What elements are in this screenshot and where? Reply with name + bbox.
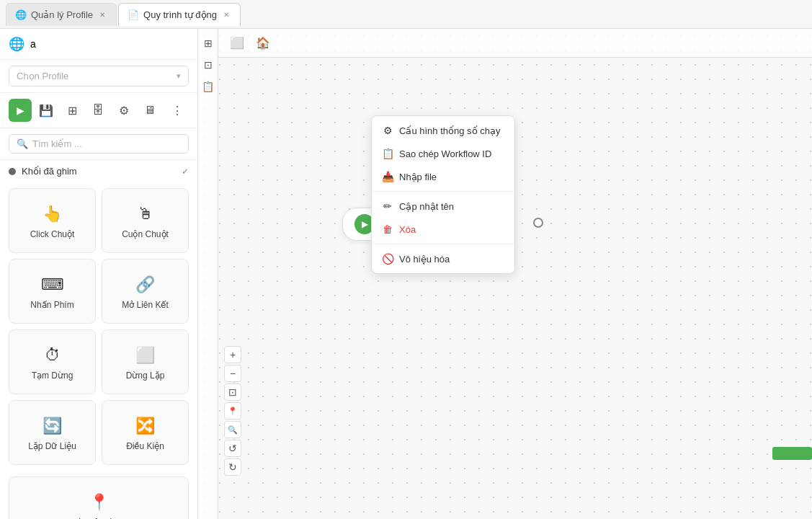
zoom-in-button[interactable]: + — [224, 346, 241, 363]
block-nhan-phim[interactable]: ⌨ Nhấn Phím — [9, 259, 96, 324]
tab-quan-ly-profile[interactable]: 🌐 Quản lý Profile ✕ — [6, 3, 117, 26]
block-cuon-chuot-label: Cuộn Chuột — [122, 229, 169, 239]
section-dot-gray — [9, 168, 16, 175]
context-nhap-label: Nhập file — [399, 172, 437, 182]
main-layout: 🌐 a Chọn Profile ▾ ▶ 💾 ⊞ 🗄 ⚙ 🖥 ⋮ 🔍 — [0, 29, 812, 519]
cuon-chuot-icon: 🖱 — [138, 205, 153, 223]
search-wrapper: 🔍 — [0, 128, 197, 160]
database-button[interactable]: 🗄 — [86, 99, 110, 122]
mini-green-indicator — [772, 447, 812, 460]
canvas-left-icon-1[interactable]: ⊞ — [200, 35, 217, 52]
tab-quy-trinh-label: Quy trình tự động — [143, 9, 217, 20]
block-click-chuot[interactable]: 👆 Click Chuột — [9, 188, 96, 253]
section-khoi-da-ghim-header[interactable]: Khối đã ghim ✓ — [0, 160, 197, 182]
block-tam-dung-label: Tạm Dừng — [32, 371, 73, 381]
canvas-left-icon-2[interactable]: ⊡ — [200, 56, 217, 74]
context-vo-hieu-label: Vô hiệu hóa — [399, 254, 450, 265]
zoom-controls: + − ⊡ 📍 🔍 ↺ ↻ — [224, 346, 241, 476]
context-menu-item-sao-chep[interactable]: 📋 Sao chép Workflow ID — [372, 142, 514, 165]
block-dieu-kien[interactable]: 🔀 Điều Kiện — [102, 400, 189, 465]
canvas-rect-icon[interactable]: ⬜ — [227, 33, 247, 53]
undo-button[interactable]: ↺ — [224, 440, 241, 457]
canvas-area[interactable]: ⬜ 🏠 ⊞ ⊡ 📋 + − ⊡ 📍 🔍 ↺ ↻ ⚙ Cấu hình thống… — [198, 29, 812, 519]
more-button[interactable]: ⋮ — [166, 99, 189, 122]
tab-quan-ly-label: Quản lý Profile — [31, 9, 93, 20]
mo-lien-ket-icon: 🔗 — [135, 275, 155, 294]
tab-quan-ly-close[interactable]: ✕ — [97, 9, 107, 19]
canvas-left-toolbar: ⊞ ⊡ 📋 — [198, 29, 218, 519]
canvas-left-icon-3[interactable]: 📋 — [200, 78, 217, 95]
nhan-phim-icon: ⌨ — [41, 275, 64, 294]
context-nhap-icon: 📥 — [382, 171, 393, 182]
block-dung-lap[interactable]: ⬜ Dừng Lặp — [102, 329, 189, 394]
phan-tu-ton-tai-icon: 📍 — [89, 493, 109, 512]
dieu-kien-icon: 🔀 — [135, 417, 155, 435]
context-cap-nhat-label: Cập nhật tên — [399, 201, 454, 212]
locate-button[interactable]: 📍 — [224, 402, 241, 420]
screen-button[interactable]: 🖥 — [138, 99, 161, 122]
block-lap-du-lieu[interactable]: 🔄 Lặp Dữ Liệu — [9, 400, 96, 465]
tab-quy-trinh[interactable]: 📄 Quy trình tự động ✕ — [118, 3, 241, 26]
search-input-wrapper: 🔍 — [9, 134, 189, 154]
click-chuot-icon: 👆 — [43, 205, 62, 223]
search-icon: 🔍 — [17, 138, 28, 149]
block-mo-lien-ket-label: Mở Liên Kết — [122, 300, 169, 310]
section-khoi-chevron-icon: ✓ — [182, 167, 189, 177]
section-khoi-da-ghim-title: Khối đã ghim — [22, 166, 77, 177]
sidebar-header-label: a — [30, 38, 36, 50]
context-menu-item-cap-nhat-ten[interactable]: ✏ Cập nhật tên — [372, 195, 514, 218]
context-xoa-label: Xóa — [399, 224, 416, 235]
sidebar-toolbar: ▶ 💾 ⊞ 🗄 ⚙ 🖥 ⋮ — [0, 93, 197, 128]
block-phan-tu-ton-tai[interactable]: 📍 Phần Tử Tồn Tại — [9, 476, 189, 519]
block-dung-lap-label: Dừng Lặp — [126, 371, 165, 381]
context-menu-item-vo-hieu-hoa[interactable]: 🚫 Vô hiệu hóa — [372, 247, 514, 270]
block-nhan-phim-label: Nhấn Phím — [30, 300, 73, 310]
block-grid-khoi-da-ghim: 👆 Click Chuột 🖱 Cuộn Chuột ⌨ Nhấn Phím 🔗… — [0, 182, 197, 471]
context-menu-item-xoa[interactable]: 🗑 Xóa — [372, 218, 514, 241]
context-cau-hinh-label: Cấu hình thống số chạy — [399, 125, 500, 136]
profile-select-wrapper: Chọn Profile ▾ — [0, 60, 197, 93]
sidebar: 🌐 a Chọn Profile ▾ ▶ 💾 ⊞ 🗄 ⚙ 🖥 ⋮ 🔍 — [0, 29, 198, 519]
profile-select[interactable]: Chọn Profile ▾ — [9, 66, 189, 86]
context-disable-icon: 🚫 — [382, 253, 393, 265]
settings-button[interactable]: ⚙ — [112, 99, 135, 122]
run-button[interactable]: ▶ — [9, 99, 32, 122]
globe-icon: 🌐 — [9, 36, 24, 52]
block-tam-dung[interactable]: ⏱ Tạm Dừng — [9, 329, 96, 394]
block-mo-lien-ket[interactable]: 🔗 Mở Liên Kết — [102, 259, 189, 324]
block-cuon-chuot[interactable]: 🖱 Cuộn Chuột — [102, 188, 189, 253]
profile-placeholder: Chọn Profile — [17, 71, 68, 81]
block-dieu-kien-label: Điều Kiện — [126, 441, 164, 451]
tam-dung-icon: ⏱ — [45, 346, 61, 365]
block-grid-phan-tu: 📍 Phần Tử Tồn Tại — [0, 471, 197, 519]
table-button[interactable]: ⊞ — [61, 99, 84, 122]
canvas-home-icon[interactable]: 🏠 — [253, 33, 273, 53]
redo-button[interactable]: ↻ — [224, 458, 241, 476]
fit-screen-button[interactable]: ⊡ — [224, 383, 241, 401]
search-input[interactable] — [32, 138, 181, 149]
block-lap-du-lieu-label: Lặp Dữ Liệu — [28, 441, 76, 451]
context-divider-1 — [372, 191, 514, 192]
context-delete-icon: 🗑 — [382, 223, 393, 235]
tab-bar: 🌐 Quản lý Profile ✕ 📄 Quy trình tự động … — [0, 0, 812, 29]
lap-du-lieu-icon: 🔄 — [43, 417, 62, 435]
context-menu-item-nhap-file[interactable]: 📥 Nhập file — [372, 165, 514, 188]
tab-globe-icon: 🌐 — [15, 9, 27, 20]
save-button[interactable]: 💾 — [35, 99, 58, 122]
sidebar-header: 🌐 a — [0, 29, 197, 60]
dung-lap-icon: ⬜ — [135, 346, 155, 365]
context-cau-hinh-icon: ⚙ — [382, 125, 393, 136]
tab-quy-trinh-close[interactable]: ✕ — [221, 9, 231, 19]
connection-dot — [533, 218, 543, 228]
context-edit-icon: ✏ — [382, 200, 393, 212]
section-left: Khối đã ghim — [9, 166, 77, 177]
search-canvas-button[interactable]: 🔍 — [224, 421, 241, 438]
zoom-out-button[interactable]: − — [224, 365, 241, 382]
context-divider-2 — [372, 244, 514, 244]
canvas-top-toolbar: ⬜ 🏠 — [218, 29, 812, 58]
context-menu-item-cau-hinh[interactable]: ⚙ Cấu hình thống số chạy — [372, 119, 514, 142]
context-sao-chep-icon: 📋 — [382, 148, 393, 159]
tab-doc-icon: 📄 — [128, 9, 139, 20]
context-sao-chep-label: Sao chép Workflow ID — [399, 148, 491, 159]
block-click-chuot-label: Click Chuột — [30, 229, 75, 239]
